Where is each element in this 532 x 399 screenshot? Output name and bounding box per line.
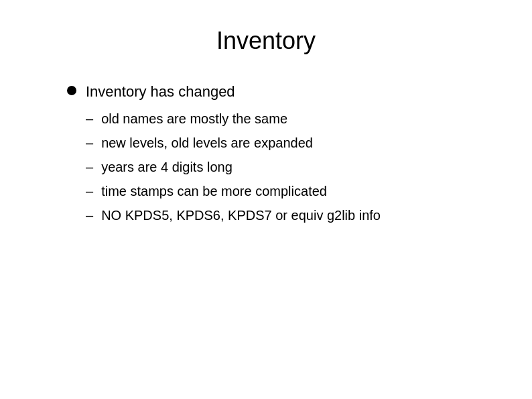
list-item: – new levels, old levels are expanded (86, 133, 492, 152)
sub-item-text-5: NO KPDS5, KPDS6, KPDS7 or equiv g2lib in… (101, 206, 381, 225)
dash-icon: – (86, 133, 93, 152)
sub-item-text-3: years are 4 digits long (101, 158, 232, 176)
slide: Inventory Inventory has changed – old na… (0, 0, 532, 399)
bullet-dot-icon (67, 86, 76, 95)
content-area: Inventory has changed – old names are mo… (40, 82, 492, 227)
main-bullet-text: Inventory has changed (86, 82, 235, 103)
dash-icon: – (86, 182, 93, 201)
sub-item-text-2: new levels, old levels are expanded (101, 133, 313, 152)
list-item: – time stamps can be more complicated (86, 182, 492, 201)
list-item: – NO KPDS5, KPDS6, KPDS7 or equiv g2lib … (86, 206, 492, 225)
list-item: – old names are mostly the same (86, 109, 492, 128)
sub-item-text-4: time stamps can be more complicated (101, 182, 327, 201)
dash-icon: – (86, 206, 93, 225)
list-item: – years are 4 digits long (86, 158, 492, 176)
dash-icon: – (86, 109, 93, 128)
dash-icon: – (86, 158, 93, 176)
main-bullet: Inventory has changed (67, 82, 492, 103)
slide-title: Inventory (40, 27, 492, 60)
sub-items-list: – old names are mostly the same – new le… (67, 109, 492, 227)
sub-item-text-1: old names are mostly the same (101, 109, 287, 128)
